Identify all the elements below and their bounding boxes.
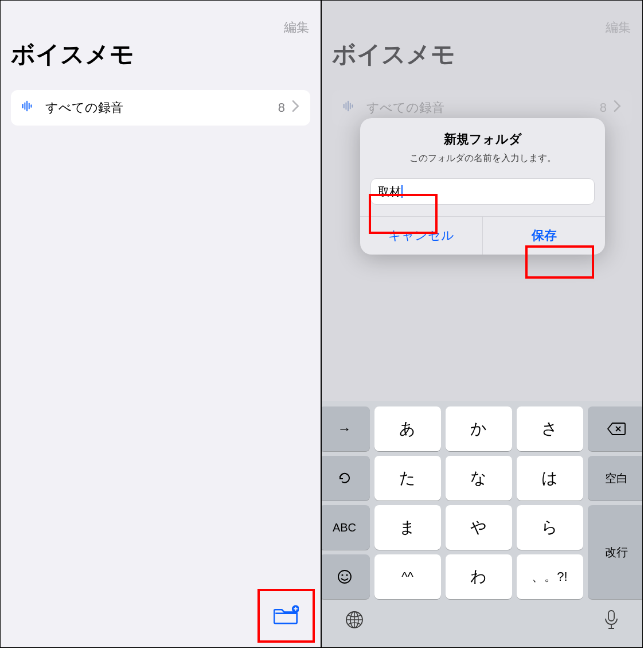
mic-icon[interactable] <box>603 609 619 632</box>
software-keyboard: → あ か さ た な は 空白 ABC ま や ら 改行 ^^ わ 、。? <box>322 401 642 647</box>
key-space[interactable]: 空白 <box>588 456 643 501</box>
save-button[interactable]: 保存 <box>483 217 605 255</box>
key-next-candidate[interactable]: → <box>321 406 370 451</box>
page-title: ボイスメモ <box>332 38 632 71</box>
svg-point-11 <box>338 570 351 583</box>
svg-rect-16 <box>608 611 614 621</box>
key-ma[interactable]: ま <box>374 505 441 550</box>
new-folder-dialog: 新規フォルダ このフォルダの名前を入力します。 取材 キャンセル 保存 <box>360 118 605 255</box>
svg-point-12 <box>341 574 343 576</box>
svg-point-13 <box>346 574 348 576</box>
globe-icon[interactable] <box>345 610 364 632</box>
key-ya[interactable]: や <box>446 505 512 550</box>
folder-name-input[interactable]: 取材 <box>370 178 595 205</box>
key-ta[interactable]: た <box>374 456 441 501</box>
folder-row-count: 8 <box>600 100 607 115</box>
key-ha[interactable]: は <box>517 456 583 501</box>
waveform-icon <box>21 100 35 116</box>
dialog-subtitle: このフォルダの名前を入力します。 <box>372 153 594 165</box>
page-title: ボイスメモ <box>11 38 310 71</box>
key-na[interactable]: な <box>446 456 512 501</box>
key-punct[interactable]: 、。?! <box>517 554 583 599</box>
edit-button: 編集 <box>606 19 631 36</box>
highlight-new-folder-button <box>257 589 315 643</box>
key-ra[interactable]: ら <box>517 505 583 550</box>
key-emoji[interactable] <box>321 554 370 599</box>
new-folder-button[interactable] <box>274 603 299 628</box>
key-sa[interactable]: さ <box>517 406 583 451</box>
edit-button[interactable]: 編集 <box>284 19 309 36</box>
folder-name-value: 取材 <box>378 184 401 200</box>
chevron-right-icon <box>614 100 622 115</box>
text-caret <box>401 185 403 198</box>
folder-row-label: すべての録音 <box>366 99 600 116</box>
folder-row-all-recordings[interactable]: すべての録音 8 <box>11 90 310 126</box>
folder-row-count: 8 <box>278 100 285 115</box>
dialog-title: 新規フォルダ <box>372 131 594 148</box>
screen-before: 編集 ボイスメモ すべての録音 8 <box>0 0 321 648</box>
folder-row-label: すべての録音 <box>45 99 278 116</box>
cancel-button[interactable]: キャンセル <box>360 217 483 255</box>
chevron-right-icon <box>292 100 300 115</box>
key-ka[interactable]: か <box>446 406 512 451</box>
key-undo[interactable] <box>321 456 370 501</box>
key-backspace[interactable] <box>588 406 643 451</box>
key-abc[interactable]: ABC <box>321 505 370 550</box>
folder-list: すべての録音 8 <box>11 90 310 126</box>
key-return[interactable]: 改行 <box>588 505 643 599</box>
key-a[interactable]: あ <box>374 406 441 451</box>
key-kaomoji[interactable]: ^^ <box>374 554 441 599</box>
screen-after: 編集 ボイスメモ すべての録音 8 新規フォルダ このフォルダの名前を入力します… <box>321 0 643 648</box>
waveform-icon <box>342 100 356 116</box>
key-wa[interactable]: わ <box>446 554 512 599</box>
